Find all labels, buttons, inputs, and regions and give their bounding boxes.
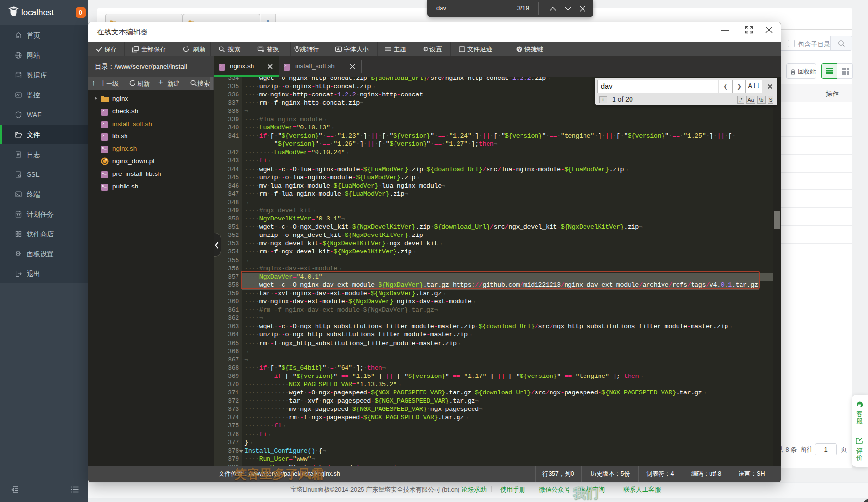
svg-text:?: ? [518,47,521,52]
